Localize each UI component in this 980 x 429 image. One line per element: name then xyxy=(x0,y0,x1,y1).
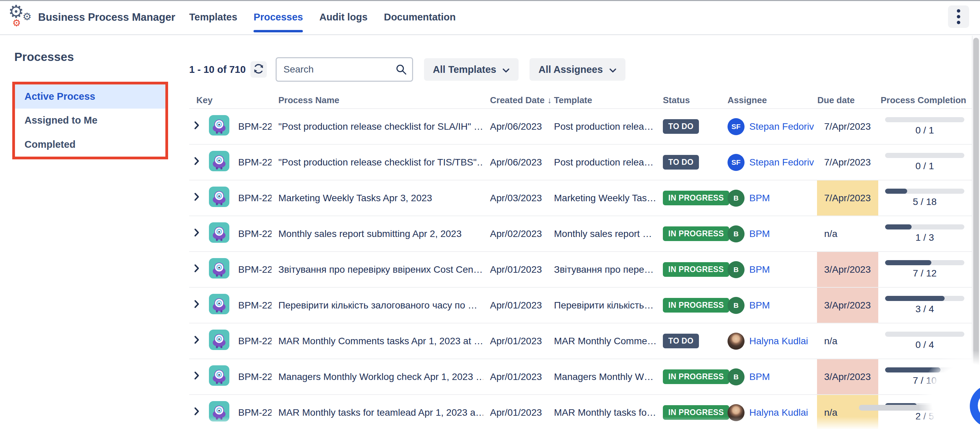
page-title: Processes xyxy=(14,50,74,64)
table-row[interactable]: BPM-2294Marketing Weekly Tasks Apr 3, 20… xyxy=(189,180,980,216)
assignee-link[interactable]: BPM xyxy=(749,300,770,311)
table-row[interactable]: BPM-2297"Post production release checkli… xyxy=(189,109,980,145)
tab-templates[interactable]: Templates xyxy=(189,0,237,34)
sidebar-item-label: Assigned to Me xyxy=(24,115,97,126)
table-row[interactable]: BPM-2296"Post production release checkli… xyxy=(189,145,980,180)
process-name: Marketing Weekly Tasks Apr 3, 2023 xyxy=(272,193,483,204)
due-date-cell: 7/Apr/2023 xyxy=(817,180,878,215)
row-expander[interactable] xyxy=(189,192,204,204)
chevron-right-icon xyxy=(194,335,199,347)
completion-cell: 0 / 4 xyxy=(878,332,980,350)
table-row[interactable]: BPM-2290MAR Monthly Comments tasks Apr 1… xyxy=(189,324,980,359)
assignee-cell: Halyna Kudlai xyxy=(721,404,817,421)
status-badge: TO DO xyxy=(663,119,699,134)
more-options-button[interactable] xyxy=(948,5,969,28)
created-date: Apr/06/2023 xyxy=(483,121,547,132)
table-row[interactable]: BPM-2291Перевірити кількість залогованог… xyxy=(189,288,980,324)
assignee-link[interactable]: Stepan Fedoriv xyxy=(749,157,814,168)
completion-label: 7 / 12 xyxy=(885,268,964,279)
column-header-template[interactable]: Template xyxy=(554,92,592,108)
avatar: SF xyxy=(727,118,745,135)
template-name: MAR Monthly Comme… xyxy=(547,336,656,347)
kebab-icon xyxy=(957,15,960,18)
due-date-cell: 7/Apr/2023 xyxy=(817,109,878,144)
chevron-right-icon xyxy=(194,156,199,168)
assignee-link[interactable]: Stepan Fedoriv xyxy=(749,121,814,132)
assignee-cell: BBPM xyxy=(721,261,817,278)
filter-label: All Templates xyxy=(433,64,496,75)
avatar-photo xyxy=(727,404,745,421)
chevron-right-icon xyxy=(194,192,199,204)
chevron-down-icon xyxy=(502,64,510,75)
avatar-photo xyxy=(727,333,745,350)
sidebar-item-active-process[interactable]: Active Process xyxy=(15,85,165,108)
process-type-cell xyxy=(204,222,231,245)
refresh-button[interactable] xyxy=(250,61,267,78)
tab-label: Processes xyxy=(253,11,303,23)
sort-descending-icon: ↓ xyxy=(547,95,552,105)
templates-filter-dropdown[interactable]: All Templates xyxy=(424,58,519,81)
completion-cell: 0 / 1 xyxy=(878,117,980,136)
vertical-scrollbar-thumb[interactable] xyxy=(973,38,979,392)
table-row[interactable]: BPM-2292Звітування про перевірку ввірени… xyxy=(189,252,980,288)
table-row[interactable]: BPM-2288Managers Monthly Worklog check A… xyxy=(189,359,980,395)
process-type-cell xyxy=(204,258,231,281)
status-badge: IN PROGRESS xyxy=(663,298,729,313)
column-header-created-date[interactable]: Created Date ↓ xyxy=(490,92,552,108)
tab-label: Audit logs xyxy=(319,11,368,23)
column-header-status[interactable]: Status xyxy=(663,92,690,108)
kebab-icon xyxy=(957,21,960,24)
template-name: Marketing Weekly Tas… xyxy=(547,193,656,204)
completion-label: 5 / 18 xyxy=(885,196,964,207)
filter-label: All Assignees xyxy=(538,64,603,75)
help-ring-icon xyxy=(975,390,980,423)
sidebar-item-assigned-to-me[interactable]: Assigned to Me xyxy=(15,108,165,133)
process-rows: BPM-2297"Post production release checkli… xyxy=(189,108,980,429)
sidebar: Processes Active Process Assigned to Me … xyxy=(0,35,189,429)
tab-audit-logs[interactable]: Audit logs xyxy=(319,0,368,34)
window-top-edge xyxy=(0,0,980,1)
status-badge: IN PROGRESS xyxy=(663,405,729,420)
assignee-link[interactable]: BPM xyxy=(749,193,770,204)
assignee-link[interactable]: Halyna Kudlai xyxy=(749,407,808,418)
status-cell: TO DO xyxy=(656,334,721,348)
row-expander[interactable] xyxy=(189,121,204,132)
completion-cell: 3 / 4 xyxy=(878,296,980,314)
column-header-process-completion[interactable]: Process Completion xyxy=(881,92,966,108)
assignees-filter-dropdown[interactable]: All Assignees xyxy=(530,58,625,81)
sidebar-item-completed[interactable]: Completed xyxy=(15,132,165,156)
assignee-link[interactable]: BPM xyxy=(749,372,770,382)
assignee-link[interactable]: Halyna Kudlai xyxy=(749,336,808,347)
process-alien-icon xyxy=(204,222,229,245)
due-date-cell: 3/Apr/2023 xyxy=(817,288,878,323)
row-expander[interactable] xyxy=(189,371,204,382)
table-row[interactable]: BPM-2293Monthly sales report submitting … xyxy=(189,216,980,252)
row-expander[interactable] xyxy=(189,264,204,275)
progress-bar xyxy=(885,189,964,194)
chevron-right-icon xyxy=(194,300,199,311)
status-badge: TO DO xyxy=(663,155,699,169)
row-expander[interactable] xyxy=(189,228,204,239)
assignee-link[interactable]: BPM xyxy=(749,264,770,275)
avatar: B xyxy=(727,297,745,314)
assignee-link[interactable]: BPM xyxy=(749,228,770,239)
sidebar-item-label: Completed xyxy=(24,139,76,150)
column-header-process-name[interactable]: Process Name xyxy=(278,92,339,108)
status-badge: TO DO xyxy=(663,334,699,348)
row-expander[interactable] xyxy=(189,156,204,168)
tab-processes[interactable]: Processes xyxy=(253,0,303,34)
template-name: Звітування про пере… xyxy=(547,264,656,275)
column-header-assignee[interactable]: Assignee xyxy=(727,92,767,108)
row-expander[interactable] xyxy=(189,335,204,347)
chevron-right-icon xyxy=(194,264,199,275)
tab-documentation[interactable]: Documentation xyxy=(384,0,456,34)
completion-cell: 0 / 1 xyxy=(878,153,980,172)
row-expander[interactable] xyxy=(189,300,204,311)
row-expander[interactable] xyxy=(189,407,204,418)
search-input[interactable] xyxy=(277,58,412,81)
column-header-key[interactable]: Key xyxy=(196,92,213,108)
status-cell: TO DO xyxy=(656,119,721,134)
column-header-due-date[interactable]: Due date xyxy=(817,92,855,108)
process-key: BPM-2290 xyxy=(231,336,272,347)
table-row[interactable]: BPM-2289MAR Monthly tasks for teamlead A… xyxy=(189,395,980,429)
